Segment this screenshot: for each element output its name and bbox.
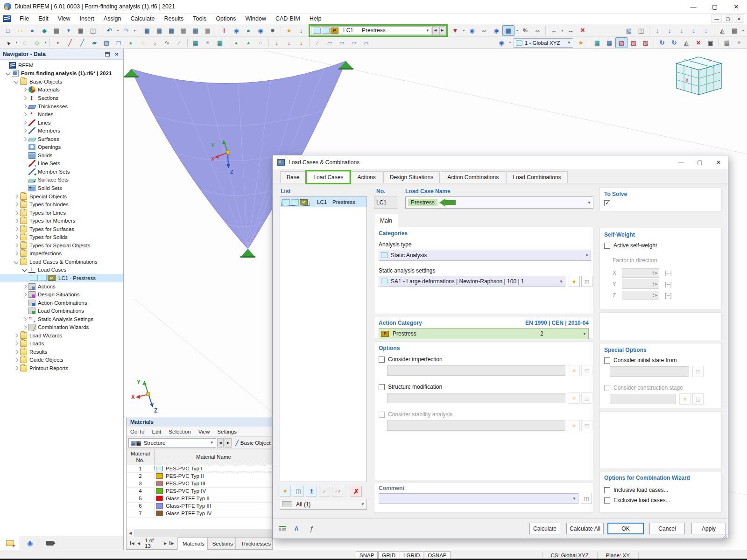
tab-actions[interactable]: Actions (351, 171, 382, 183)
last-page-button[interactable]: ▶ (169, 539, 175, 547)
select-caret-icon[interactable] (14, 37, 19, 48)
checkbox-icon[interactable] (379, 357, 385, 363)
minimize-button[interactable]: — (683, 0, 704, 14)
dialog-minimize-button[interactable]: — (672, 155, 691, 169)
menu-results[interactable]: Results (160, 14, 189, 24)
checkbox-icon[interactable] (379, 384, 385, 390)
view-cube-icon[interactable]: X Y (677, 57, 721, 95)
tree-item-load-combinations[interactable]: Load Combinations (0, 307, 123, 315)
grid-toggle-button[interactable]: GRID (378, 551, 399, 559)
panel-settings-icon[interactable] (721, 37, 733, 48)
comment-field[interactable]: ▼ (379, 493, 578, 504)
resize-grip-icon[interactable] (722, 534, 727, 539)
consider-initial-state-checkbox[interactable]: Consider initial state from (604, 357, 677, 364)
menu-window[interactable]: Window (240, 14, 270, 24)
table-row[interactable]: 4PES-PVC Typ IV (127, 488, 273, 495)
tree-item-types-for-nodes[interactable]: Types for Nodes (0, 200, 123, 209)
insert-imperfection-icon[interactable] (161, 37, 173, 48)
previous-load-case-button[interactable]: ◀ (432, 26, 438, 35)
tree-item-members[interactable]: Members (0, 126, 123, 135)
support-line-icon[interactable] (242, 37, 254, 48)
expand-icon[interactable] (13, 201, 20, 208)
formula-button[interactable] (305, 523, 317, 534)
undo-icon[interactable] (103, 25, 115, 36)
chevron-down-icon[interactable]: ▼ (361, 502, 365, 506)
tab-main[interactable]: Main (374, 214, 398, 227)
dialog-title-bar[interactable]: Load Cases & Combinations — ▢ ✕ (273, 155, 728, 169)
display-mode-icon[interactable] (495, 37, 507, 48)
load-case-name-field[interactable]: Prestress ▼ (405, 196, 593, 209)
menu-insert[interactable]: Insert (75, 14, 99, 24)
structure-modification-checkbox[interactable]: Structure modification (379, 384, 442, 390)
tree-item-results[interactable]: Results (0, 348, 123, 356)
expand-icon[interactable] (13, 210, 20, 216)
edit-sections-icon[interactable] (218, 25, 230, 36)
redo-icon[interactable] (120, 25, 132, 36)
materials-menu-settings[interactable]: Settings (213, 429, 240, 434)
expand-icon[interactable] (21, 324, 28, 330)
menu-options[interactable]: Options (211, 14, 240, 24)
show-percent-icon[interactable] (519, 25, 531, 36)
window-list-icon[interactable] (728, 25, 740, 36)
orbit-view-icon[interactable] (668, 37, 680, 48)
apply-button[interactable]: Apply (691, 523, 726, 534)
bim-link-icon[interactable] (38, 25, 50, 36)
select-pointer-icon[interactable] (2, 37, 14, 48)
open-model-icon[interactable] (14, 25, 26, 36)
display-caret-icon[interactable] (507, 37, 512, 48)
copy-object-icon[interactable] (635, 25, 647, 36)
expand-icon[interactable] (13, 193, 20, 200)
expand-icon[interactable] (21, 283, 28, 290)
load-node-icon[interactable] (271, 37, 283, 48)
child-close-button[interactable]: ✕ (734, 14, 744, 23)
tree-item-imperfections[interactable]: Imperfections (0, 250, 123, 258)
dialog-maximize-button[interactable]: ▢ (691, 155, 709, 169)
grid-points-icon[interactable] (603, 37, 615, 48)
renumber-icon[interactable] (663, 25, 676, 36)
tree-item-surface-sets[interactable]: Surface Sets (0, 176, 123, 184)
mesh-settings-icon[interactable] (202, 37, 214, 48)
new-settings-button[interactable] (569, 276, 580, 287)
snap-caret-icon[interactable] (43, 37, 48, 48)
tree-item-basic-objects[interactable]: Basic Objects (0, 77, 123, 86)
expand-icon[interactable] (13, 365, 20, 371)
insert-hinge-icon[interactable] (137, 37, 149, 48)
table-row[interactable]: 1PES-PVC Typ I (127, 465, 273, 473)
expand-icon[interactable] (21, 95, 28, 101)
collapse-icon[interactable] (13, 259, 20, 265)
tree-item-sections[interactable]: Sections (0, 94, 123, 102)
table-settings-icon[interactable] (202, 25, 214, 36)
show-load-values-icon[interactable] (478, 25, 490, 36)
numbering-icon[interactable] (651, 25, 663, 36)
scroll-left-icon[interactable]: ◀ (127, 529, 134, 537)
save-icon[interactable] (63, 25, 75, 36)
table-row[interactable]: 6Glass-PTFE Typ III (127, 503, 273, 510)
object-orientation-icon[interactable] (700, 25, 712, 36)
chevron-down-icon[interactable]: ▼ (210, 441, 214, 445)
rotate-view-icon[interactable] (656, 37, 668, 48)
menu-edit[interactable]: Edit (34, 14, 53, 24)
previous-table-button[interactable]: ◀ (217, 438, 224, 448)
menu-view[interactable]: View (53, 14, 75, 24)
tree-item-lines[interactable]: Lines (0, 119, 123, 127)
chevron-down-icon[interactable]: ▼ (426, 28, 430, 33)
checkbox-icon[interactable] (604, 487, 610, 493)
tables-display-icon[interactable] (153, 25, 165, 36)
table-row[interactable]: 5Glass-PTFE Typ II (127, 495, 273, 503)
load-member-icon[interactable] (283, 37, 295, 48)
new-load-case-icon[interactable] (283, 25, 295, 36)
checkbox-icon[interactable] (604, 497, 610, 504)
member-hinge-icon[interactable] (254, 37, 267, 48)
comment-templates-button[interactable] (581, 493, 592, 504)
print-preview-icon[interactable] (50, 25, 63, 36)
tree-item-project[interactable]: Form-finding analysis (1).rf6* | 2021 (0, 70, 123, 78)
show-results-icon[interactable] (490, 25, 502, 36)
tree-item-types-for-special-objects[interactable]: Types for Special Objects (0, 241, 123, 250)
view-in-z-icon[interactable] (640, 37, 652, 48)
close-button[interactable]: ✕ (726, 0, 747, 14)
mirror-objects-icon[interactable] (716, 25, 728, 36)
results-caret-icon[interactable] (514, 25, 519, 36)
expand-icon[interactable] (13, 234, 20, 240)
print-icon[interactable] (75, 25, 87, 36)
basic-objects-button[interactable]: ╱ Basic Objects (235, 440, 271, 446)
